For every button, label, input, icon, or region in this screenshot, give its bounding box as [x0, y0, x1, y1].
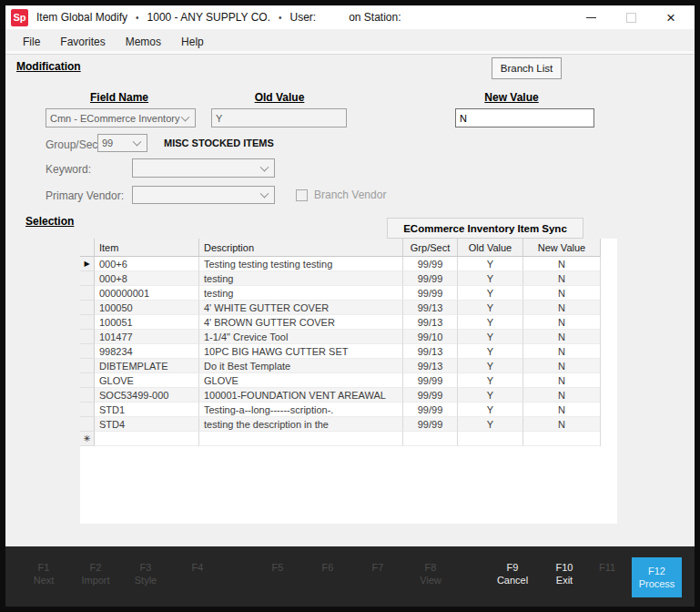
cell-old-value[interactable]: Y	[458, 388, 523, 403]
row-selector[interactable]	[80, 373, 95, 388]
col-header-description[interactable]: Description	[199, 239, 403, 257]
cell-item[interactable]: 100051	[95, 315, 199, 330]
table-row[interactable]: 1014771-1/4" Crevice Tool99/10YN	[80, 330, 617, 344]
cell-item[interactable]: 100050	[95, 301, 199, 315]
cell-item[interactable]: SOC53499-000	[95, 388, 199, 403]
cell-item[interactable]: 000000001	[95, 286, 199, 301]
cell-old-value[interactable]: Y	[458, 257, 523, 271]
row-selector[interactable]	[80, 344, 95, 359]
cell-grp-sect[interactable]: 99/99	[403, 271, 458, 286]
cell-description[interactable]: Testing testing testing testing	[199, 257, 403, 271]
table-row[interactable]: STD4testing the description in the99/99Y…	[80, 417, 617, 432]
table-row[interactable]: 000+8testing99/99YN	[80, 271, 617, 286]
cell-item[interactable]: 101477	[95, 330, 199, 344]
cell-old-value[interactable]: Y	[458, 286, 523, 301]
cell-description[interactable]	[199, 432, 403, 446]
cell-new-value[interactable]: N	[523, 301, 601, 315]
minimize-button[interactable]	[571, 5, 611, 29]
grid-new-row[interactable]: ✳	[80, 432, 617, 446]
row-selector[interactable]	[80, 359, 95, 373]
table-row[interactable]: 1000504' WHITE GUTTER COVER99/13YN	[80, 301, 617, 315]
row-selector[interactable]	[80, 330, 95, 344]
close-button[interactable]: ×	[651, 5, 691, 29]
cell-grp-sect[interactable]: 99/13	[403, 315, 458, 330]
col-header-item[interactable]: Item	[95, 239, 199, 257]
cell-item[interactable]: 998234	[95, 344, 199, 359]
cell-description[interactable]: 100001-FOUNDATION VENT AREAWAL	[199, 388, 403, 403]
menu-file[interactable]: File	[13, 36, 50, 48]
cell-grp-sect[interactable]: 99/99	[403, 417, 458, 432]
col-header-grp-sect[interactable]: Grp/Sect	[403, 239, 458, 257]
cell-new-value[interactable]: N	[523, 388, 601, 403]
table-row[interactable]: ▶000+6Testing testing testing testing99/…	[80, 257, 617, 271]
menu-help[interactable]: Help	[171, 36, 214, 48]
cell-new-value[interactable]: N	[523, 286, 601, 301]
cell-item[interactable]: DIBTEMPLATE	[95, 359, 199, 373]
cell-grp-sect[interactable]	[403, 432, 458, 446]
cell-grp-sect[interactable]: 99/99	[403, 403, 458, 417]
cell-grp-sect[interactable]: 99/13	[403, 301, 458, 315]
table-row[interactable]: 1000514' BROWN GUTTER COVER99/13YN	[80, 315, 617, 330]
row-selector[interactable]: ▶	[80, 257, 95, 271]
fkey-f10[interactable]: F10Exit	[556, 561, 573, 586]
table-row[interactable]: DIBTEMPLATEDo it Best Template99/13YN	[80, 359, 617, 373]
cell-grp-sect[interactable]: 99/99	[403, 388, 458, 403]
cell-grp-sect[interactable]: 99/10	[403, 330, 458, 344]
branch-list-button[interactable]: Branch List	[492, 57, 562, 79]
row-selector[interactable]: ✳	[80, 432, 95, 446]
cell-new-value[interactable]: N	[523, 330, 601, 344]
cell-old-value[interactable]: Y	[458, 301, 523, 315]
menu-favorites[interactable]: Favorites	[50, 36, 115, 48]
table-row[interactable]: STD1Testing-a--long------scription-.99/9…	[80, 403, 617, 417]
fkey-f9[interactable]: F9Cancel	[497, 561, 528, 586]
cell-old-value[interactable]: Y	[458, 373, 523, 388]
cell-old-value[interactable]: Y	[458, 271, 523, 286]
cell-old-value[interactable]: Y	[458, 315, 523, 330]
cell-new-value[interactable]: N	[523, 271, 601, 286]
cell-grp-sect[interactable]: 99/13	[403, 344, 458, 359]
cell-old-value[interactable]: Y	[458, 330, 523, 344]
cell-old-value[interactable]: Y	[458, 403, 523, 417]
row-selector[interactable]	[80, 403, 95, 417]
cell-description[interactable]: Testing-a--long------scription-.	[199, 403, 403, 417]
row-selector[interactable]	[80, 315, 95, 330]
cell-new-value[interactable]: N	[523, 373, 601, 388]
cell-description[interactable]: 4' WHITE GUTTER COVER	[199, 301, 403, 315]
cell-new-value[interactable]	[523, 432, 601, 446]
row-selector[interactable]	[80, 417, 95, 432]
cell-description[interactable]: 4' BROWN GUTTER COVER	[199, 315, 403, 330]
col-header-old-value[interactable]: Old Value	[458, 239, 523, 257]
cell-old-value[interactable]: Y	[458, 417, 523, 432]
cell-description[interactable]: testing	[199, 286, 403, 301]
fkey-f12-process-button[interactable]: F12Process	[632, 557, 682, 597]
cell-item[interactable]: GLOVE	[95, 373, 199, 388]
cell-new-value[interactable]: N	[523, 344, 601, 359]
cell-new-value[interactable]: N	[523, 257, 601, 271]
table-row[interactable]: GLOVEGLOVE99/99YN	[80, 373, 617, 388]
cell-item[interactable]	[95, 432, 199, 446]
cell-old-value[interactable]	[458, 432, 523, 446]
cell-old-value[interactable]: Y	[458, 344, 523, 359]
cell-new-value[interactable]: N	[523, 417, 601, 432]
cell-item[interactable]: 000+6	[95, 257, 199, 271]
new-value-input[interactable]: N	[455, 108, 594, 128]
cell-description[interactable]: testing the description in the	[199, 417, 403, 432]
cell-item[interactable]: 000+8	[95, 271, 199, 286]
cell-grp-sect[interactable]: 99/99	[403, 257, 458, 271]
cell-item[interactable]: STD1	[95, 403, 199, 417]
table-row[interactable]: 99823410PC BIG HAWG CUTTER SET99/13YN	[80, 344, 617, 359]
row-selector[interactable]	[80, 388, 95, 403]
row-selector[interactable]	[80, 286, 95, 301]
menu-memos[interactable]: Memos	[116, 36, 171, 48]
cell-new-value[interactable]: N	[523, 315, 601, 330]
cell-item[interactable]: STD4	[95, 417, 199, 432]
cell-new-value[interactable]: N	[523, 359, 601, 373]
cell-description[interactable]: testing	[199, 271, 403, 286]
cell-old-value[interactable]: Y	[458, 359, 523, 373]
row-selector[interactable]	[80, 301, 95, 315]
table-row[interactable]: 000000001testing99/99YN	[80, 286, 617, 301]
cell-description[interactable]: GLOVE	[199, 373, 403, 388]
cell-grp-sect[interactable]: 99/13	[403, 359, 458, 373]
col-header-new-value[interactable]: New Value	[523, 239, 601, 257]
table-row[interactable]: SOC53499-000100001-FOUNDATION VENT AREAW…	[80, 388, 617, 403]
